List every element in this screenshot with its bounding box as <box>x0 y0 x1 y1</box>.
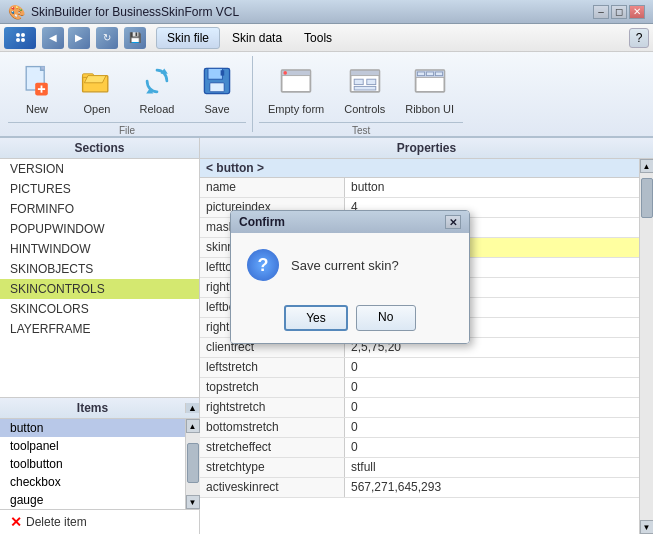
dialog-message: Save current skin? <box>291 258 399 273</box>
confirm-dialog: Confirm ✕ ? Save current skin? Yes No <box>230 210 470 344</box>
dialog-no-btn[interactable]: No <box>356 305 416 331</box>
dialog-overlay: Confirm ✕ ? Save current skin? Yes No <box>0 0 653 534</box>
dialog-buttons: Yes No <box>231 297 469 343</box>
dialog-yes-btn[interactable]: Yes <box>284 305 348 331</box>
dialog-title: Confirm <box>239 215 285 229</box>
dialog-title-bar: Confirm ✕ <box>231 211 469 233</box>
dialog-close-btn[interactable]: ✕ <box>445 215 461 229</box>
dialog-info-icon: ? <box>247 249 279 281</box>
dialog-body: ? Save current skin? <box>231 233 469 297</box>
